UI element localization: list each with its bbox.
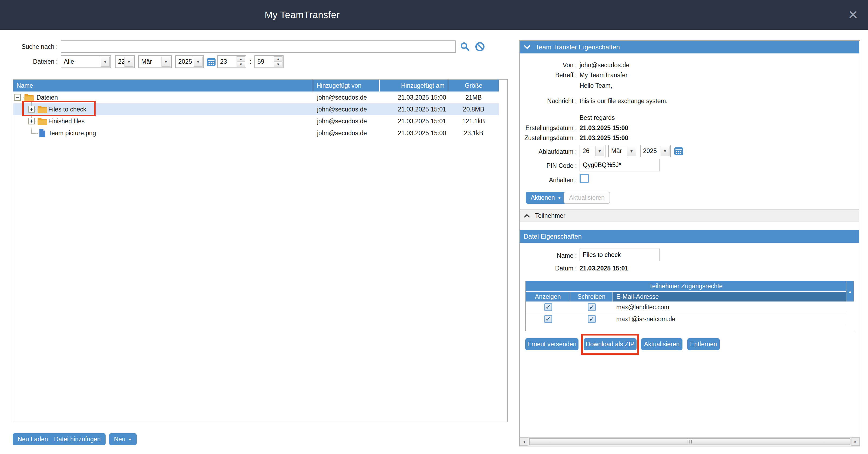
datum-value: 21.03.2025 15:01 [580,265,628,272]
chevron-down-icon [524,44,531,50]
transfer-properties-header[interactable]: Team Transfer Eigenschaften [520,41,859,54]
filter-year-select[interactable]: 2025 ▼ [175,55,204,68]
scrollbar-track[interactable] [528,437,851,446]
access-row[interactable]: ✓ ✓ max@landitec.com [526,301,846,313]
table-row-dateien[interactable]: − Dateien john@secudos.de 21.03.2025 15:… [13,92,499,103]
hour-spinner[interactable]: 23 ▲ ▼ [217,55,246,68]
file-icon [38,128,46,138]
ablaufdatum-label: Ablaufdatum : [520,148,577,156]
pin-input[interactable] [580,159,659,171]
access-table-header: Anzeigen Schreiben E-Mail-Adresse [526,291,846,301]
expiry-year-select[interactable]: 2025 ▼ [640,145,671,157]
calendar-icon[interactable] [206,57,216,67]
expiry-day-value: 26 [580,145,594,157]
minute-spinner[interactable]: 59 ▲ ▼ [254,55,284,68]
column-header-name[interactable]: Name [13,79,313,92]
expiry-month-value: Mär [609,145,626,157]
spinner-up-icon[interactable]: ▲ [274,56,282,62]
spinner-down-icon[interactable]: ▼ [274,62,282,67]
filter-day-select[interactable]: 22 ▼ [115,55,135,68]
anhalten-label: Anhalten : [520,176,577,184]
search-icon[interactable] [460,41,470,52]
expiry-month-select[interactable]: Mär ▼ [608,145,638,157]
file-name: Team picture.png [48,130,96,137]
table-row-files-to-check[interactable]: + Files to check john@secudos.de 21.03.2… [13,103,499,115]
erstellungsdatum-value: 21.03.2025 15:00 [580,124,628,132]
schreiben-checkbox-checked[interactable]: ✓ [588,303,596,311]
download-zip-button[interactable]: Download als ZIP [584,338,637,350]
added-at: 21.03.2025 15:00 [380,92,448,103]
erstellungsdatum-label: Erstellungsdatum : [520,124,577,132]
chevron-down-icon: ▼ [194,57,203,67]
aktionen-dropdown-button[interactable]: Aktionen ▼ [526,192,566,204]
table-row-finished-files[interactable]: + Finished files john@secudos.de 21.03.2… [13,115,499,127]
added-by: john@secudos.de [313,115,380,127]
add-file-button[interactable]: Datei hinzufügen [49,433,105,445]
chevron-down-icon: ▼ [660,146,670,156]
clear-search-icon[interactable] [474,41,486,52]
tree-collapse-toggle[interactable]: − [14,94,21,101]
access-row[interactable]: ✓ ✓ max1@isr-netcom.de [526,313,846,325]
search-label: Suche nach : [0,40,58,53]
expiry-day-select[interactable]: 26 ▼ [580,145,606,157]
column-header-email: E-Mail-Adresse [613,291,846,301]
chevron-down-icon: ▼ [595,146,604,156]
tree-expand-toggle[interactable]: + [28,118,35,124]
chevron-up-icon [524,214,530,218]
folder-name-input[interactable] [580,249,659,261]
search-input[interactable] [61,40,456,53]
tree-expand-toggle[interactable]: + [28,106,35,112]
column-header-added-at[interactable]: Hinzugefügt am [380,79,448,92]
file-name: Dateien [36,94,58,101]
betreff-label: Betreff : [520,71,577,79]
pin-label: PIN Code : [520,162,577,169]
scroll-left-icon[interactable]: ◄ [520,437,528,446]
participant-email: max1@isr-netcom.de [613,316,846,323]
anhalten-checkbox[interactable] [580,174,589,183]
teilnehmer-section-header[interactable]: Teilnehmer [520,209,859,222]
zustellungsdatum-value: 21.03.2025 15:00 [580,134,628,142]
scroll-up-icon[interactable]: ▲ [846,281,854,301]
scrollbar-thumb[interactable] [529,438,850,445]
filter-type-value: Alle [61,56,100,67]
refresh-button[interactable]: Aktualisieren [641,338,682,350]
schreiben-checkbox-checked[interactable]: ✓ [588,315,596,323]
nachricht-value: this is our file exchange system. [580,97,668,105]
window-title: My TeamTransfer [265,9,340,20]
participant-email: max@landitec.com [613,304,846,311]
table-row-team-picture[interactable]: Team picture.png john@secudos.de 21.03.2… [13,127,499,139]
spinner-up-icon[interactable]: ▲ [237,56,245,62]
horizontal-scrollbar[interactable]: ◄ ► [520,437,860,446]
chevron-down-icon: ▼ [101,57,110,67]
anzeigen-checkbox-checked[interactable]: ✓ [544,315,552,323]
tree-connector [35,109,37,110]
resend-button[interactable]: Erneut versenden [525,338,579,350]
close-icon[interactable]: ✕ [848,9,858,21]
spinner-down-icon[interactable]: ▼ [237,62,245,67]
folder-icon [24,93,34,102]
added-at: 21.03.2025 15:00 [380,127,448,139]
column-header-added-by[interactable]: Hinzugefügt von [313,79,380,92]
access-rights-table: Teilnehmer Zugangsrechte ▲ Anzeigen Schr… [525,281,854,331]
chevron-down-icon: ▼ [124,57,133,67]
new-dropdown-button[interactable]: Neu ▼ [109,433,137,445]
remove-button[interactable]: Entfernen [687,338,720,350]
file-name: Finished files [48,118,85,125]
titlebar: My TeamTransfer ✕ [0,0,868,30]
filter-month-value: Mär [139,56,161,67]
column-header-size[interactable]: Größe [448,79,499,92]
message-line-2: Best regards [580,114,615,122]
added-by: john@secudos.de [313,103,380,115]
added-by: john@secudos.de [313,127,380,139]
von-value: john@secudos.de [580,62,629,69]
filter-month-select[interactable]: Mär ▼ [138,55,172,68]
chevron-down-icon: ▼ [558,196,561,200]
file-properties-header: Datei Eigenschaften [520,230,859,242]
filter-type-select[interactable]: Alle ▼ [61,55,111,68]
reload-button[interactable]: Neu Laden [13,433,53,445]
anzeigen-checkbox-checked[interactable]: ✓ [544,303,552,311]
folder-icon [37,117,48,126]
calendar-icon[interactable] [674,146,684,156]
file-name: Files to check [48,106,86,113]
scroll-right-icon[interactable]: ► [851,437,860,446]
